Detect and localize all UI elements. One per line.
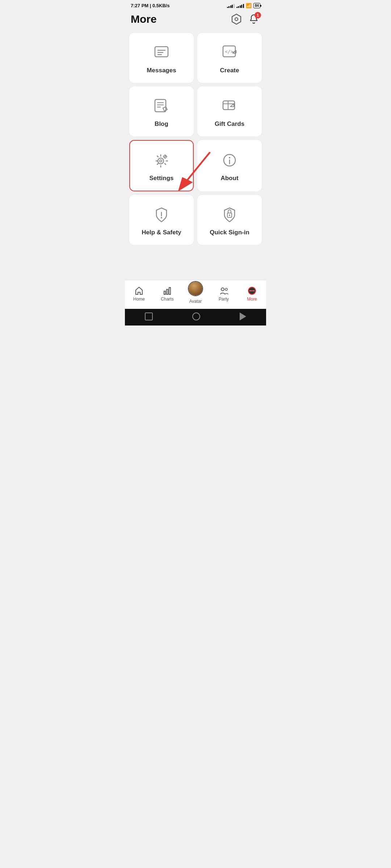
messages-card[interactable]: Messages	[129, 33, 194, 83]
nav-avatar[interactable]: Avatar	[181, 280, 210, 305]
android-home-btn[interactable]	[192, 312, 200, 320]
create-icon: </>	[220, 43, 239, 62]
svg-rect-38	[167, 289, 168, 294]
blog-label: Blog	[155, 120, 168, 128]
svg-point-41	[225, 288, 227, 290]
svg-marker-0	[232, 14, 241, 24]
quick-signin-icon	[220, 205, 239, 224]
svg-point-45	[253, 290, 255, 292]
svg-rect-15	[223, 101, 235, 110]
quick-signin-label: Quick Sign-in	[210, 229, 249, 236]
header-actions: 1	[230, 13, 260, 26]
settings-label: Settings	[149, 175, 173, 182]
android-back-btn[interactable]	[240, 312, 246, 320]
svg-point-40	[221, 288, 224, 291]
svg-text:</>: </>	[225, 49, 234, 54]
hexagon-icon[interactable]	[230, 13, 243, 26]
gift-cards-label: Gift Cards	[215, 120, 244, 128]
nav-home[interactable]: Home	[125, 282, 153, 305]
notification-badge: 1	[255, 12, 261, 18]
grid-row-1: Messages </> Create	[129, 33, 262, 83]
settings-card[interactable]: Settings	[129, 140, 194, 191]
create-card[interactable]: </> Create	[197, 33, 262, 83]
page-title: More	[131, 13, 157, 25]
status-bar: 7:27 PM | 0.5KB/s 📶 84	[125, 0, 266, 10]
messages-label: Messages	[147, 67, 176, 74]
blog-card[interactable]: Blog	[129, 86, 194, 136]
signal-icon	[227, 4, 235, 8]
nav-charts-label: Charts	[161, 297, 173, 302]
status-time: 7:27 PM | 0.5KB/s	[131, 3, 170, 8]
svg-point-1	[235, 18, 238, 21]
avatar	[188, 281, 203, 296]
gift-cards-card[interactable]: Gift Cards	[197, 86, 262, 136]
grid-row-4: Help & Safety Quick Sign-in	[129, 195, 262, 245]
svg-rect-39	[169, 288, 171, 294]
nav-party[interactable]: Party	[210, 282, 238, 305]
svg-line-18	[230, 104, 234, 107]
bottom-nav: Home Charts Avatar Party More	[125, 280, 266, 309]
nav-more[interactable]: More	[238, 282, 266, 305]
help-safety-label: Help & Safety	[142, 229, 181, 236]
nav-home-label: Home	[133, 297, 145, 302]
notification-bell[interactable]: 1	[247, 13, 260, 26]
quick-signin-card[interactable]: Quick Sign-in	[197, 195, 262, 245]
create-label: Create	[220, 67, 239, 74]
signal-icon-2	[236, 4, 244, 8]
about-icon	[220, 151, 239, 170]
help-safety-card[interactable]: Help & Safety	[129, 195, 194, 245]
about-label: About	[220, 175, 238, 182]
gift-cards-icon	[220, 97, 239, 115]
grid-row-2: Blog Gift Cards	[129, 86, 262, 136]
svg-point-34	[229, 214, 230, 216]
svg-point-43	[250, 290, 251, 292]
svg-point-22	[160, 160, 162, 162]
messages-icon	[152, 43, 171, 62]
nav-more-label: More	[247, 297, 257, 302]
svg-rect-37	[164, 291, 165, 294]
nav-party-label: Party	[219, 297, 229, 302]
help-safety-icon	[152, 205, 171, 224]
nav-charts[interactable]: Charts	[153, 282, 181, 305]
battery-icon: 84	[253, 3, 260, 8]
blog-icon	[152, 97, 171, 115]
grid-row-3: Settings About	[129, 140, 262, 191]
status-icons: 📶 84	[227, 3, 260, 8]
settings-icon	[152, 151, 171, 170]
about-card[interactable]: About	[197, 140, 262, 191]
svg-point-21	[158, 158, 164, 164]
wifi-icon: 📶	[246, 3, 252, 8]
svg-point-29	[229, 157, 230, 158]
android-nav-bar	[125, 309, 266, 326]
header: More 1	[125, 10, 266, 30]
svg-rect-2	[155, 47, 168, 57]
nav-avatar-label: Avatar	[189, 299, 202, 304]
menu-grid: Messages </> Create	[125, 30, 266, 280]
svg-point-32	[161, 217, 162, 218]
main-content: Messages </> Create	[125, 30, 266, 280]
svg-point-44	[252, 290, 253, 292]
android-square-btn[interactable]	[145, 312, 153, 320]
